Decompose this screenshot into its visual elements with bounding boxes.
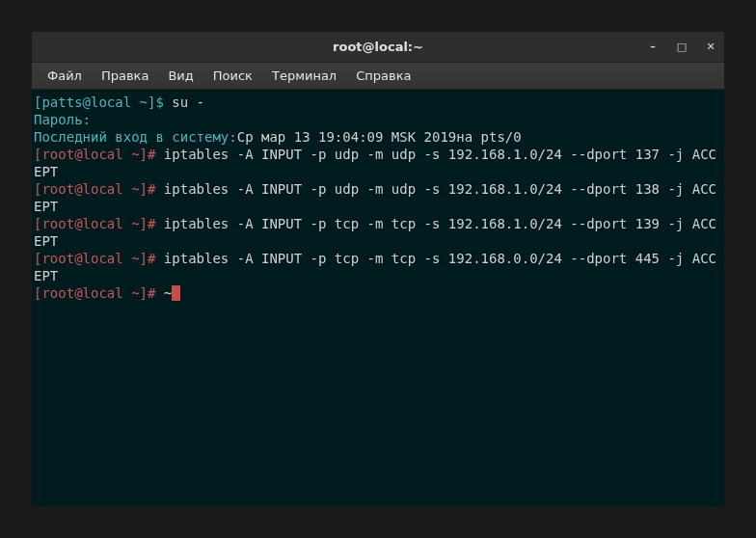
root-prompt: [root@local ~]# (34, 216, 164, 231)
maximize-icon[interactable]: □ (674, 40, 689, 55)
root-prompt: [root@local ~]# (34, 147, 164, 162)
cursor (172, 285, 180, 301)
close-icon[interactable]: ✕ (703, 40, 718, 55)
current-input: ~ (164, 285, 172, 301)
menu-view[interactable]: Вид (158, 65, 202, 87)
root-prompt: [root@local ~]# (34, 251, 164, 266)
titlebar[interactable]: root@local:~ – □ ✕ (32, 32, 724, 63)
password-prompt: Пароль: (34, 111, 722, 128)
window-title: root@local:~ (333, 40, 423, 54)
menubar: Файл Правка Вид Поиск Терминал Справка (32, 63, 724, 90)
menu-edit[interactable]: Правка (92, 65, 158, 87)
window-controls: – □ ✕ (645, 40, 718, 55)
menu-file[interactable]: Файл (38, 65, 92, 87)
last-login-value: Ср мар 13 19:04:09 MSK 2019на pts/0 (237, 129, 522, 145)
root-prompt: [root@local ~]# (34, 181, 164, 197)
terminal-output[interactable]: [patts@local ~]$ su -Пароль:Последний вх… (32, 90, 724, 506)
cmd-su: su - (172, 94, 204, 110)
user-prompt: [patts@local ~]$ (34, 94, 172, 110)
terminal-window: root@local:~ – □ ✕ Файл Правка Вид Поиск… (31, 31, 725, 507)
menu-terminal[interactable]: Терминал (262, 65, 346, 87)
minimize-icon[interactable]: – (645, 40, 661, 55)
root-prompt: [root@local ~]# (34, 285, 164, 301)
last-login-label: Последний вход в систему: (34, 129, 237, 145)
menu-search[interactable]: Поиск (203, 65, 262, 87)
menu-help[interactable]: Справка (346, 65, 420, 87)
